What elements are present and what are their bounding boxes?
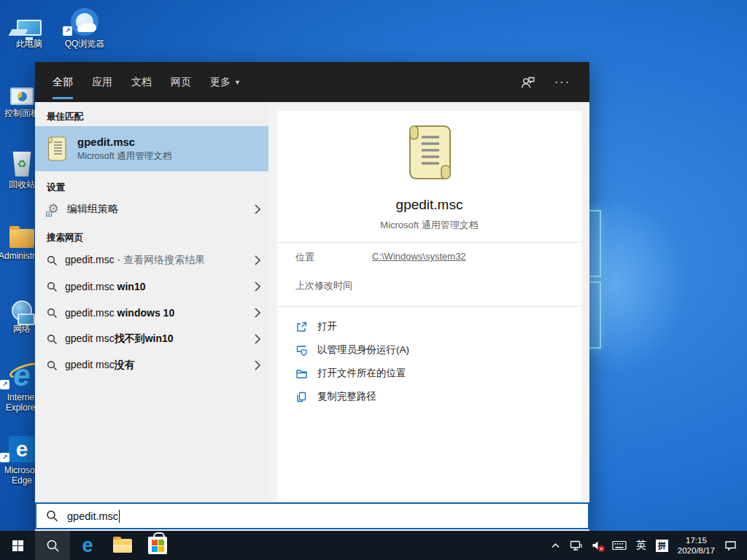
search-icon bbox=[46, 539, 60, 553]
search-query-text: gpedit.msc bbox=[67, 510, 118, 522]
action-open-file-location[interactable]: 打开文件所在的位置 bbox=[295, 362, 574, 385]
group-policy-gear-icon: ⚙✓ bbox=[47, 203, 60, 216]
msc-document-icon bbox=[47, 136, 66, 162]
modified-row: 上次修改时间 bbox=[295, 279, 570, 292]
chevron-right-icon[interactable] bbox=[254, 359, 261, 371]
action-copy-full-path[interactable]: 复制完整路径 bbox=[295, 385, 574, 408]
clock-time: 17:15 bbox=[678, 535, 715, 545]
ime-mode-indicator[interactable]: 拼 bbox=[656, 540, 668, 552]
touch-keyboard-icon[interactable] bbox=[612, 540, 627, 551]
search-icon bbox=[47, 255, 58, 266]
file-explorer-icon bbox=[113, 539, 132, 553]
wallpaper-windows-logo-pane bbox=[588, 210, 601, 277]
search-icon bbox=[47, 360, 58, 371]
action-center-icon[interactable] bbox=[724, 540, 737, 551]
web-suggestion[interactable]: gpedit msc没有 bbox=[35, 352, 268, 378]
qq-browser-icon: ↗ bbox=[61, 4, 108, 36]
edge-icon: e bbox=[82, 536, 93, 556]
shortcut-arrow-icon: ↗ bbox=[0, 380, 9, 389]
search-flyout-panel: 全部 应用 文档 网页 更多▼ ··· 最佳匹配 bbox=[35, 62, 589, 531]
copy-icon bbox=[295, 391, 308, 403]
search-results-list: 最佳匹配 gpedit.msc Microsoft 通用管理文档 设置 ⚙✓ 编… bbox=[35, 102, 268, 503]
feedback-user-icon[interactable] bbox=[521, 76, 535, 89]
web-suggestion[interactable]: gpedit.msc win10 bbox=[35, 273, 268, 300]
network-icon[interactable] bbox=[570, 540, 582, 551]
taskbar-file-explorer-button[interactable] bbox=[105, 531, 140, 560]
search-input[interactable]: gpedit.msc bbox=[35, 502, 589, 529]
taskbar-clock[interactable]: 17:15 2020/8/17 bbox=[678, 535, 715, 556]
chevron-right-icon[interactable] bbox=[254, 307, 261, 319]
tab-all[interactable]: 全部 bbox=[53, 62, 73, 102]
web-suggestion[interactable]: gpedit.msc - 查看网络搜索结果 bbox=[35, 247, 268, 273]
volume-muted-icon[interactable]: ✕ bbox=[592, 540, 603, 551]
wallpaper-windows-logo-pane bbox=[588, 281, 601, 349]
settings-result-edit-group-policy[interactable]: ⚙✓ 编辑组策略 bbox=[35, 197, 268, 222]
preview-subtitle: Microsoft 通用管理文档 bbox=[277, 219, 581, 232]
desktop-icon-qq-browser[interactable]: ↗ QQ浏览器 bbox=[61, 4, 108, 49]
action-open[interactable]: 打开 bbox=[295, 315, 574, 338]
taskbar-store-button[interactable] bbox=[140, 531, 175, 560]
shortcut-arrow-icon: ↗ bbox=[0, 453, 9, 462]
taskbar: e ✕ 英 拼 17:15 2020/8 bbox=[0, 531, 747, 560]
this-pc-icon bbox=[6, 4, 53, 36]
open-icon bbox=[295, 321, 308, 333]
windows-logo-icon bbox=[12, 540, 23, 551]
location-link[interactable]: C:\Windows\system32 bbox=[372, 251, 466, 262]
search-icon bbox=[47, 281, 58, 292]
search-icon bbox=[46, 510, 58, 522]
tray-chevron-up-icon[interactable] bbox=[551, 542, 560, 549]
msc-document-icon-large bbox=[406, 122, 454, 182]
microsoft-store-icon bbox=[148, 537, 167, 554]
taskbar-edge-button[interactable]: e bbox=[70, 531, 105, 560]
divider bbox=[277, 242, 581, 243]
search-filter-header: 全部 应用 文档 网页 更多▼ ··· bbox=[35, 62, 589, 102]
chevron-right-icon[interactable] bbox=[254, 333, 261, 345]
clock-date: 2020/8/17 bbox=[678, 545, 715, 556]
language-indicator[interactable]: 英 bbox=[636, 539, 646, 552]
tab-documents[interactable]: 文档 bbox=[131, 62, 152, 102]
tab-web[interactable]: 网页 bbox=[171, 62, 191, 102]
preview-title: gpedit.msc bbox=[277, 197, 581, 213]
web-suggestion[interactable]: gpedit.msc windows 10 bbox=[35, 300, 268, 326]
result-preview-card: gpedit.msc Microsoft 通用管理文档 位置 C:\Window… bbox=[277, 111, 581, 502]
mute-badge-icon: ✕ bbox=[598, 545, 605, 552]
best-match-title: gpedit.msc bbox=[77, 136, 171, 148]
location-label: 位置 bbox=[295, 252, 314, 262]
desktop-icon-label: 此电脑 bbox=[6, 39, 53, 49]
folder-icon bbox=[295, 368, 308, 380]
start-button[interactable] bbox=[0, 531, 35, 560]
context-actions: 打开 以管理员身份运行(A) 打开文件所在的位置 复制完整路径 bbox=[295, 315, 574, 408]
text-caret bbox=[119, 510, 120, 523]
tab-more[interactable]: 更多▼ bbox=[210, 62, 241, 102]
best-match-subtitle: Microsoft 通用管理文档 bbox=[77, 150, 171, 163]
section-settings: 设置 bbox=[35, 171, 268, 197]
chevron-right-icon[interactable] bbox=[254, 281, 261, 292]
section-best-match: 最佳匹配 bbox=[35, 102, 268, 126]
desktop: 此电脑 ↗ QQ浏览器 控制面板 ♻ 回收站 Administrator 网络 … bbox=[0, 0, 747, 560]
ellipsis-menu-icon[interactable]: ··· bbox=[554, 76, 570, 89]
desktop-icon-this-pc[interactable]: 此电脑 bbox=[6, 4, 53, 49]
chevron-down-icon: ▼ bbox=[234, 79, 241, 86]
best-match-result[interactable]: gpedit.msc Microsoft 通用管理文档 bbox=[35, 126, 268, 171]
action-run-as-admin[interactable]: 以管理员身份运行(A) bbox=[295, 338, 574, 362]
search-icon bbox=[47, 334, 58, 345]
modified-label: 上次修改时间 bbox=[295, 280, 352, 291]
taskbar-search-button[interactable] bbox=[35, 531, 70, 560]
location-row: 位置 C:\Windows\system32 bbox=[295, 251, 570, 264]
desktop-icon-label: QQ浏览器 bbox=[61, 39, 108, 49]
shortcut-arrow-icon: ↗ bbox=[63, 26, 72, 36]
tab-apps[interactable]: 应用 bbox=[92, 62, 112, 102]
chevron-right-icon[interactable] bbox=[254, 254, 261, 266]
web-suggestion[interactable]: gpedit msc找不到win10 bbox=[35, 326, 268, 352]
section-web-search: 搜索网页 bbox=[35, 222, 268, 247]
chevron-right-icon[interactable] bbox=[254, 203, 261, 215]
system-tray: ✕ 英 拼 17:15 2020/8/17 bbox=[551, 531, 747, 560]
divider bbox=[277, 306, 581, 307]
search-icon bbox=[47, 308, 58, 319]
admin-shield-icon bbox=[295, 344, 308, 357]
